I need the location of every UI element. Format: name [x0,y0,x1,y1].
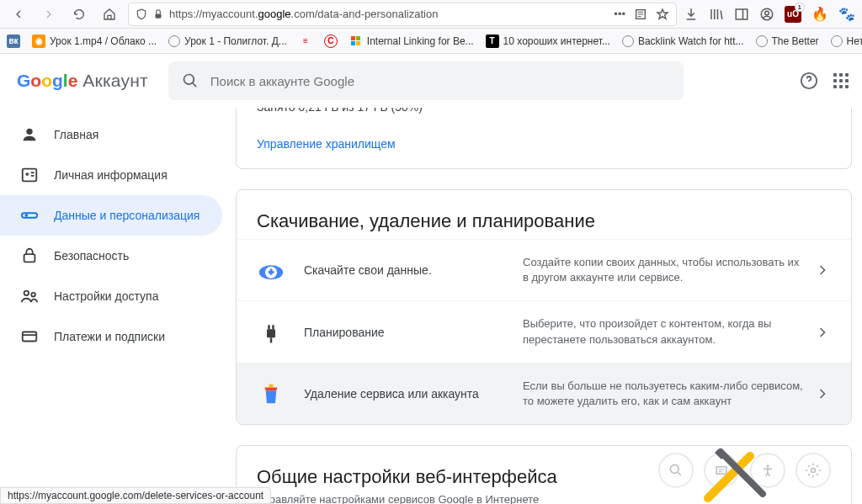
svg-rect-2 [736,9,748,19]
google-header: Google Аккаунт [0,54,862,108]
ublock-icon[interactable]: uO [785,6,801,23]
svg-point-4 [765,11,769,15]
svg-rect-18 [269,385,274,388]
bookmark-item[interactable]: ≡ [299,34,312,48]
svg-rect-9 [22,213,37,218]
trash-icon [257,379,285,408]
svg-point-8 [25,172,29,176]
google-logo[interactable]: Google Аккаунт [17,71,148,91]
chevron-right-icon [814,385,831,402]
svg-rect-11 [24,254,35,262]
planning-row[interactable]: Планирование Выберите, что произойдет с … [237,300,851,362]
svg-point-19 [670,464,678,473]
svg-rect-17 [267,329,275,337]
bookmark-item[interactable]: Нетология | Landing ... [831,35,862,47]
apps-grid-icon[interactable] [833,73,849,88]
plug-icon [257,318,285,347]
page-actions-icon[interactable]: ••• [614,8,625,20]
svg-rect-0 [156,13,162,18]
bookmark-item[interactable]: Backlink Watch for htt... [622,35,744,47]
web-settings-card: Общие настройки веб-интерфейса Управляйт… [236,445,852,504]
forward-button[interactable] [37,3,61,26]
storage-used-text: Занято 0,21 ГБ из 17 ГБ (50%) [257,108,831,114]
svg-rect-14 [23,332,37,342]
sidebar-item-data[interactable]: Данные и персонализация [0,195,222,236]
svg-point-10 [25,214,29,217]
svg-point-12 [24,291,29,296]
search-input[interactable] [210,74,670,88]
bookmark-item[interactable]: The Better [756,35,819,47]
bookmarks-bar: вк ◉Урок 1.mp4 / Облако ... Урок 1 - Пол… [0,29,862,54]
storage-card: Занято 0,21 ГБ из 17 ГБ (50%) Управление… [236,108,852,169]
sidebar-item-personal[interactable]: Личная информация [0,155,222,195]
main-content: Занято 0,21 ГБ из 17 ГБ (50%) Управление… [236,108,862,504]
back-button[interactable] [7,3,30,26]
chevron-right-icon [814,324,831,341]
bookmark-item[interactable]: C [324,34,338,48]
bookmark-item[interactable]: T10 хороших интернет... [486,34,610,48]
extension-icon[interactable]: 🔥 [811,6,828,22]
gear-circle-icon [795,453,831,488]
download-cloud-icon [257,256,285,284]
url-bar[interactable]: https://myaccount.google.com/data-and-pe… [128,3,677,26]
manage-storage-link[interactable]: Управление хранилищем [257,137,396,151]
status-bar: https://myaccount.google.com/delete-serv… [0,487,271,504]
sidebar-icon[interactable] [734,7,749,22]
bookmark-item[interactable]: Internal Linking for Be... [349,34,474,48]
sidebar: Главная Личная информация Данные и персо… [0,108,236,504]
library-icon[interactable] [709,7,724,22]
svg-point-6 [26,129,32,135]
sidebar-item-security[interactable]: Безопасность [0,236,222,276]
bookmark-star-icon[interactable] [656,8,669,21]
bookmark-item[interactable]: вк [7,34,20,48]
delete-account-row[interactable]: Удаление сервиса или аккаунта Если вы бо… [237,363,851,424]
web-settings-illustration [655,453,834,488]
lock-icon [152,8,164,20]
sidebar-item-sharing[interactable]: Настройки доступа [0,276,222,316]
search-circle-icon [658,453,694,488]
bookmark-item[interactable]: Урок 1 - Полиглот. Д... [168,35,287,47]
search-bar[interactable] [168,61,684,100]
download-delete-card: Скачивание, удаление и планирование Скач… [236,189,852,425]
extension-icon-2[interactable]: 🐾 [838,6,855,22]
svg-point-22 [811,469,816,473]
search-icon [182,72,199,89]
sidebar-item-home[interactable]: Главная [0,114,222,155]
sidebar-item-payments[interactable]: Платежи и подписки [0,316,222,357]
reader-icon[interactable] [634,8,647,21]
svg-point-13 [31,293,35,297]
home-button[interactable] [98,3,121,26]
downloads-icon[interactable] [684,7,699,22]
url-text: https://myaccount.google.com/data-and-pe… [169,8,609,20]
card-title: Скачивание, удаление и планирование [257,210,831,232]
download-data-row[interactable]: Скачайте свои данные. Создайте копии сво… [237,239,851,300]
reload-button[interactable] [67,3,91,26]
chevron-right-icon [814,262,831,279]
help-icon[interactable] [800,72,818,90]
bookmark-item[interactable]: ◉Урок 1.mp4 / Облако ... [32,34,157,48]
svg-rect-7 [23,169,37,182]
shield-icon [136,8,147,20]
browser-toolbar: https://myaccount.google.com/data-and-pe… [0,0,862,29]
account-circle-icon[interactable] [759,7,774,22]
